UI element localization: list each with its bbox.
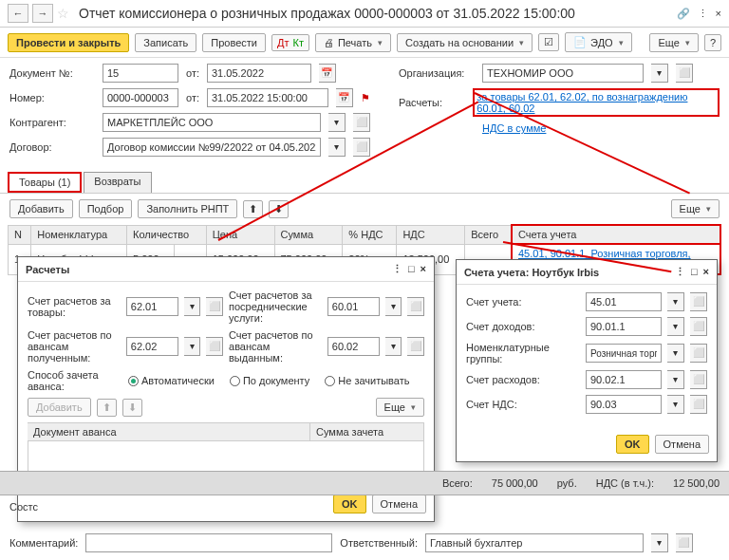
radio-none[interactable]: Не зачитывать [325,375,409,386]
col-vatpct: % НДС [343,225,397,244]
radio-auto[interactable]: Автоматически [128,375,215,386]
col-vat: НДС [397,225,465,244]
from-label-2: от: [186,92,199,103]
select-button[interactable]: Подбор [79,199,133,218]
vat-total-label: НДС (в т.ч.): [596,477,654,489]
state-label: Состс [9,501,38,513]
popup-close-icon[interactable]: × [421,263,426,275]
link-icon[interactable]: 🔗 [677,8,690,20]
doc-date-input[interactable] [207,64,311,83]
num-date-input[interactable] [207,88,328,107]
open-icon-3[interactable]: ⬜ [676,64,693,83]
help-button[interactable]: ? [704,34,721,51]
down-button[interactable]: ⬇ [269,200,289,218]
col-price: Цена [206,225,274,244]
income-label: Счет доходов: [466,321,580,332]
star-icon[interactable]: ☆ [57,6,69,21]
nomgrp-input[interactable] [586,344,662,363]
col-nom: Номенклатура [31,225,127,244]
calendar-icon[interactable]: 📅 [319,64,336,83]
edo-button[interactable]: 📄 ЭДО▾ [565,32,632,52]
col-sum: Сумма [274,225,343,244]
table-more-button[interactable]: Еще▾ [671,199,720,218]
col-qty: Количество [127,225,207,244]
post-close-button[interactable]: Провести и закрыть [8,33,129,52]
calc-down-button[interactable]: ⬇ [122,399,142,417]
popup2-close-icon[interactable]: × [703,266,709,278]
back-button[interactable]: ← [8,4,28,23]
vatacct-input[interactable] [586,395,662,414]
more-button[interactable]: Еще▾ [649,33,698,52]
acct-input[interactable] [586,292,662,311]
income-input[interactable] [586,317,662,336]
tab-goods[interactable]: Товары (1) [8,172,82,193]
org-label: Организация: [399,67,475,79]
flag-icon[interactable]: ⚑ [361,92,370,104]
popup2-menu-icon[interactable]: ⋮ [675,266,685,278]
acct-cancel-button[interactable]: Отмена [655,435,709,454]
acct-adv-rec-input[interactable] [126,337,178,356]
contract-input[interactable] [103,138,321,157]
popup-menu-icon[interactable]: ⋮ [392,263,402,275]
acct-adv-pay-input[interactable] [327,337,380,356]
calc-popup-title: Расчеты [26,264,69,275]
comment-label: Комментарий: [9,537,78,549]
num-input[interactable] [103,88,178,107]
print-button[interactable]: 🖨 Печать▾ [315,33,391,52]
vat-total-value: 12 500,00 [673,477,720,489]
create-based-button[interactable]: Создать на основании▾ [397,33,533,52]
forward-button[interactable]: → [32,4,53,23]
calc-add-button[interactable]: Добавить [28,398,91,417]
accounts-popup: Счета учета: Ноутбук Irbis ⋮□× Счет учет… [456,259,718,462]
page-title: Отчет комиссионера о розничных продажах … [79,6,575,21]
calc-up-button[interactable]: ⬆ [97,399,117,417]
vat-link[interactable]: НДС в сумме [482,122,546,134]
calc-more-button[interactable]: Еще▾ [376,398,424,417]
doc-num-input[interactable] [103,64,178,83]
add-button[interactable]: Добавить [9,199,73,218]
org-input[interactable] [482,64,644,83]
contract-label: Договор: [9,141,95,153]
acct-adv-rec-label: Счет расчетов по авансам полученным: [28,329,121,364]
dropdown-icon[interactable]: ▾ [328,113,346,132]
col-total: Всего [465,225,512,244]
close-icon[interactable]: × [716,8,721,20]
dropdown-icon-2[interactable]: ▾ [328,138,346,157]
fill-rnpt-button[interactable]: Заполнить РНПТ [138,199,237,218]
contr-input[interactable] [103,113,321,132]
num-label: Номер: [9,92,95,103]
dtdk-button[interactable]: ДтКт [271,34,309,51]
acct-goods-input[interactable] [126,297,178,316]
col-accounts: Счета учета [512,225,720,244]
comment-input[interactable] [85,533,332,552]
total-label: Всего: [442,477,473,489]
nomgrp-label: Номенклатурные группы: [466,342,580,364]
calc-label: Расчеты: [399,97,465,108]
acct-goods-label: Счет расчетов за товары: [28,295,121,318]
dropdown-icon-3[interactable]: ▾ [651,64,668,83]
currency-label: руб. [557,477,577,489]
up-button[interactable]: ⬆ [243,200,263,218]
col-sum-offset: Сумма зачета [310,423,424,440]
popup2-max-icon[interactable]: □ [691,266,698,278]
post-button[interactable]: Провести [202,33,266,52]
calc-link[interactable]: за товары 62.01, 62.02, по вознаграждени… [473,88,720,117]
vatacct-label: Счет НДС: [466,399,580,410]
checklist-button[interactable]: ☑ [538,33,559,51]
accounts-popup-title: Счета учета: Ноутбук Irbis [464,267,599,278]
menu-icon[interactable]: ⋮ [698,8,708,20]
popup-max-icon[interactable]: □ [408,263,415,275]
write-button[interactable]: Записать [135,33,196,52]
tab-returns[interactable]: Возвраты [84,172,151,193]
open-icon[interactable]: ⬜ [353,113,370,132]
exp-input[interactable] [586,370,662,389]
open-icon-2[interactable]: ⬜ [353,138,370,157]
acct-serv-label: Счет расчетов за посреднические услуги: [229,289,322,324]
acct-serv-input[interactable] [327,297,380,316]
calendar-icon-2[interactable]: 📅 [336,88,353,107]
radio-doc[interactable]: По документу [230,375,309,386]
acct-label: Счет учета: [466,296,580,308]
acct-adv-pay-label: Счет расчетов по авансам выданным: [229,329,322,364]
acct-ok-button[interactable]: OK [616,435,649,454]
resp-input[interactable] [425,533,644,552]
